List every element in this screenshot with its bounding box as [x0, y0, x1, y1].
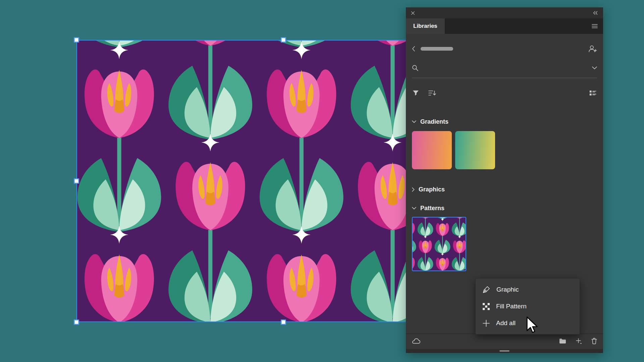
section-patterns-label: Patterns — [420, 204, 444, 212]
library-name-placeholder — [421, 47, 453, 51]
collapse-panel-icon[interactable] — [592, 11, 598, 15]
list-view-icon[interactable] — [589, 90, 596, 96]
section-gradients[interactable]: Gradients — [406, 114, 603, 128]
selection-handle-top-left[interactable] — [74, 38, 79, 43]
tab-libraries[interactable]: Libraries — [406, 18, 445, 34]
trash-icon[interactable] — [591, 338, 597, 344]
panel-scrollbar[interactable] — [499, 350, 509, 352]
panel-header — [406, 7, 603, 18]
selection-handle-top-center[interactable] — [281, 38, 286, 43]
tulip-pattern-thumbnail — [413, 218, 466, 270]
menu-item-label: Add all — [496, 319, 516, 327]
filter-icon[interactable] — [413, 90, 419, 96]
panel-toolbar — [406, 83, 603, 103]
chevron-down-icon — [412, 207, 416, 209]
chevron-right-icon — [412, 187, 415, 192]
panel-menu-icon[interactable] — [592, 24, 598, 28]
fill-pattern-icon — [482, 303, 490, 310]
search-field[interactable] — [412, 58, 597, 78]
selection-handle-bottom-center[interactable] — [281, 320, 286, 325]
libraries-panel: Libraries — [406, 7, 603, 353]
back-icon[interactable] — [412, 46, 415, 52]
pattern-item-tulip[interactable] — [412, 217, 466, 271]
add-all-icon — [482, 319, 490, 327]
chevron-down-icon — [412, 120, 416, 123]
close-icon[interactable] — [411, 11, 415, 15]
panel-bottom-bar — [406, 334, 603, 348]
selection-handle-middle-left[interactable] — [74, 179, 79, 184]
invite-person-icon[interactable] — [588, 45, 597, 53]
gradient-swatch-pink-orange[interactable] — [412, 131, 452, 169]
library-nav-row — [406, 39, 603, 58]
cloud-sync-icon[interactable] — [412, 338, 421, 344]
menu-item-label: Fill Pattern — [496, 303, 527, 310]
menu-item-add-all[interactable]: Add all — [476, 315, 580, 331]
section-gradients-label: Gradients — [420, 118, 448, 126]
search-icon[interactable] — [412, 65, 418, 71]
panel-tab-row: Libraries — [406, 18, 603, 34]
menu-item-fill-pattern[interactable]: Fill Pattern — [476, 298, 580, 315]
add-item-icon[interactable] — [576, 338, 582, 344]
search-scope-chevron-icon[interactable] — [592, 66, 597, 69]
selection-handle-bottom-left[interactable] — [74, 320, 79, 325]
panel-scroll-track — [406, 349, 603, 353]
add-asset-context-menu: Graphic Fill Pattern Add all — [475, 278, 580, 335]
gradient-swatch-teal-yellow[interactable] — [455, 131, 495, 169]
new-folder-icon[interactable] — [559, 338, 566, 344]
sort-icon[interactable] — [428, 90, 436, 96]
section-graphics-label: Graphics — [419, 185, 445, 193]
menu-item-label: Graphic — [496, 286, 519, 293]
graphic-icon — [482, 286, 490, 294]
section-patterns[interactable]: Patterns — [406, 201, 603, 215]
menu-item-graphic[interactable]: Graphic — [476, 281, 580, 298]
gradient-swatches — [412, 131, 603, 169]
section-graphics[interactable]: Graphics — [406, 182, 603, 196]
